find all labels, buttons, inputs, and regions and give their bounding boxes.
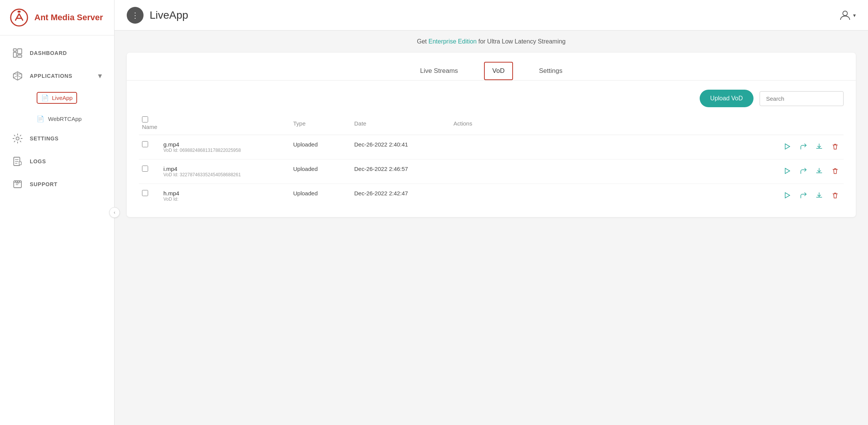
row-1-share-button[interactable] xyxy=(798,141,808,152)
sidebar-item-liveapp[interactable]: 📄 LiveApp xyxy=(31,87,114,108)
tab-vod-label: VoD xyxy=(492,67,505,74)
svg-rect-3 xyxy=(13,49,16,51)
tab-live-streams-label: Live Streams xyxy=(420,67,458,74)
row-3-checkbox[interactable] xyxy=(142,190,148,196)
support-label: SUPPORT xyxy=(30,181,58,187)
sidebar-item-applications[interactable]: APPLICATIONS ▾ xyxy=(0,64,114,87)
row-1-date: Dec-26-2022 2:40:41 xyxy=(351,135,450,159)
row-1-vodid: VoD Id: 069882486813178822025958 xyxy=(163,148,287,153)
table-row: h.mp4 VoD Id: Uploaded Dec-26-2022 2:42:… xyxy=(139,184,844,208)
svg-rect-0 xyxy=(9,8,29,27)
banner-suffix: for Ultra Low Latency Streaming xyxy=(477,38,566,45)
upload-vod-button[interactable]: Upload VoD xyxy=(700,90,753,107)
liveapp-label: LiveApp xyxy=(52,95,73,101)
row-2-download-button[interactable] xyxy=(814,166,824,176)
logs-label: LOGS xyxy=(30,158,46,164)
row-2-name-cell: i.mp4 VoD Id: 322787463352454058688261 xyxy=(160,159,290,184)
row-2-date: Dec-26-2022 2:46:57 xyxy=(351,159,450,184)
table-row: g.mp4 VoD Id: 069882486813178822025958 U… xyxy=(139,135,844,159)
row-3-play-button[interactable] xyxy=(782,190,792,201)
table-body: g.mp4 VoD Id: 069882486813178822025958 U… xyxy=(139,135,844,208)
row-2-filename: i.mp4 xyxy=(163,166,287,172)
app-title: Ant Media Server xyxy=(34,13,103,23)
row-3-share-button[interactable] xyxy=(798,190,808,201)
sidebar-logo: Ant Media Server xyxy=(0,0,114,35)
row-2-type: Uploaded xyxy=(290,159,351,184)
logs-icon xyxy=(12,156,23,167)
svg-rect-2 xyxy=(18,11,21,13)
tab-settings-label: Settings xyxy=(539,67,562,74)
topbar-menu-button[interactable]: ⋮ xyxy=(127,7,144,24)
svg-marker-15 xyxy=(785,144,790,149)
col-header-check: Name xyxy=(139,112,160,135)
col-header-type: Type xyxy=(290,112,351,135)
row-2-play-button[interactable] xyxy=(782,166,792,176)
table-header: Name Type Date Actions xyxy=(139,112,844,135)
row-3-delete-button[interactable] xyxy=(830,190,841,201)
sidebar-item-support[interactable]: SUPPORT xyxy=(0,173,114,196)
select-all-checkbox[interactable] xyxy=(142,116,148,122)
main-card: Live Streams VoD Settings Upload VoD xyxy=(127,53,856,217)
dashboard-label: DASHBOARD xyxy=(30,50,67,56)
row-1-name-cell: g.mp4 VoD Id: 069882486813178822025958 xyxy=(160,135,290,159)
topbar-app-name: LiveApp xyxy=(150,9,833,21)
row-2-actions xyxy=(450,159,844,184)
row-2-checkbox[interactable] xyxy=(142,166,148,172)
sidebar-item-logs[interactable]: LOGS xyxy=(0,150,114,173)
row-2-vodid: VoD Id: 322787463352454058688261 xyxy=(163,172,287,177)
sidebar-collapse-btn[interactable]: ‹ xyxy=(109,207,120,218)
row-3-check-cell xyxy=(139,184,160,208)
banner-prefix: Get xyxy=(417,38,428,45)
sidebar-item-webrtcapp[interactable]: 📄 WebRTCApp xyxy=(31,111,114,127)
search-input[interactable] xyxy=(760,91,844,106)
three-dots-icon: ⋮ xyxy=(131,11,139,20)
webrtcapp-file-icon: 📄 xyxy=(37,115,44,122)
row-3-filename: h.mp4 xyxy=(163,190,287,196)
enterprise-link[interactable]: Enterprise Edition xyxy=(428,38,476,45)
row-3-download-button[interactable] xyxy=(814,190,824,201)
svg-point-11 xyxy=(15,181,16,182)
row-2-check-cell xyxy=(139,159,160,184)
svg-marker-17 xyxy=(785,193,790,198)
row-3-type: Uploaded xyxy=(290,184,351,208)
svg-rect-6 xyxy=(18,55,22,57)
svg-rect-5 xyxy=(18,49,22,54)
col-header-name xyxy=(160,112,290,135)
col-header-actions: Actions xyxy=(450,112,844,135)
col-name-label: Name xyxy=(142,124,157,130)
liveapp-file-icon: 📄 xyxy=(41,94,49,101)
row-1-play-button[interactable] xyxy=(782,141,792,152)
tabs-bar: Live Streams VoD Settings xyxy=(127,53,856,80)
sidebar-nav: DASHBOARD APPLICATIONS ▾ xyxy=(0,35,114,202)
tab-settings[interactable]: Settings xyxy=(531,63,570,80)
settings-label: SETTINGS xyxy=(30,135,59,142)
svg-rect-4 xyxy=(13,52,16,57)
row-1-filename: g.mp4 xyxy=(163,141,287,148)
row-3-name-cell: h.mp4 VoD Id: xyxy=(160,184,290,208)
row-1-checkbox[interactable] xyxy=(142,141,148,147)
topbar-user-menu[interactable]: ▾ xyxy=(839,10,856,21)
row-3-date: Dec-26-2022 2:42:47 xyxy=(351,184,450,208)
row-1-check-cell xyxy=(139,135,160,159)
enterprise-banner: Get Enterprise Edition for Ultra Low Lat… xyxy=(115,31,868,53)
row-1-download-button[interactable] xyxy=(814,141,824,152)
col-header-date: Date xyxy=(351,112,450,135)
row-2-delete-button[interactable] xyxy=(830,166,841,176)
svg-point-12 xyxy=(17,181,18,182)
support-icon xyxy=(12,179,23,190)
sidebar-item-dashboard[interactable]: DASHBOARD xyxy=(0,42,114,64)
dashboard-icon xyxy=(12,48,23,58)
row-1-delete-button[interactable] xyxy=(830,141,841,152)
tab-vod[interactable]: VoD xyxy=(484,62,513,80)
svg-rect-9 xyxy=(19,162,21,165)
applications-dropdown-icon: ▾ xyxy=(98,72,102,80)
sidebar-item-settings[interactable]: SETTINGS xyxy=(0,127,114,150)
row-2-share-button[interactable] xyxy=(798,166,808,176)
tab-live-streams[interactable]: Live Streams xyxy=(413,63,466,80)
sidebar: Ant Media Server DASHBOARD xyxy=(0,0,115,425)
gear-icon xyxy=(12,133,23,144)
cube-icon xyxy=(12,71,23,81)
row-3-actions xyxy=(450,184,844,208)
svg-point-13 xyxy=(19,181,20,182)
ant-media-logo-icon xyxy=(9,8,29,27)
